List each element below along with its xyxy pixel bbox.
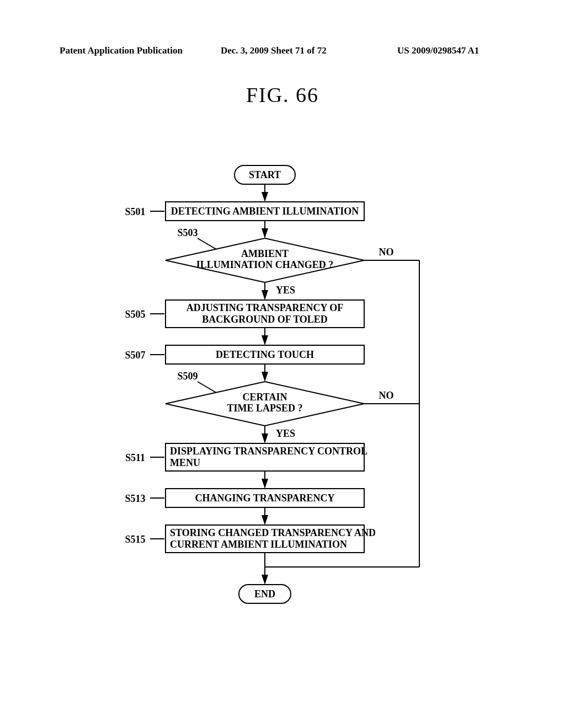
svg-text:MENU: MENU [170, 457, 200, 468]
svg-text:TIME LAPSED ?: TIME LAPSED ? [227, 403, 302, 414]
svg-text:END: END [254, 588, 275, 599]
s505-box: ADJUSTING TRANSPARENCY OF BACKGROUND OF … [166, 300, 364, 328]
svg-text:CERTAIN: CERTAIN [242, 392, 287, 403]
no-label: NO [379, 247, 394, 258]
patent-page: Patent Application Publication Dec. 3, 2… [0, 0, 565, 728]
s513-box: CHANGING TRANSPARENCY [166, 489, 364, 507]
svg-text:STORING CHANGED TRANSPARENCY A: STORING CHANGED TRANSPARENCY AND [170, 527, 376, 538]
s505-label: S505 [125, 309, 145, 320]
s507-label: S507 [125, 350, 145, 361]
s503-label: S503 [177, 227, 198, 238]
leader [198, 238, 216, 249]
s513-label: S513 [125, 493, 145, 504]
s509-label: S509 [177, 371, 198, 382]
yes-label: YES [276, 285, 295, 296]
s503-diamond: AMBIENT ILLUMINATION CHANGED ? [166, 238, 364, 282]
svg-text:DISPLAYING TRANSPARENCY CONTRO: DISPLAYING TRANSPARENCY CONTROL [170, 446, 367, 457]
s511-label: S511 [125, 452, 145, 463]
s511-box: DISPLAYING TRANSPARENCY CONTROL MENU [166, 443, 367, 471]
s509-diamond: CERTAIN TIME LAPSED ? [166, 382, 364, 426]
s515-box: STORING CHANGED TRANSPARENCY AND CURRENT… [166, 525, 376, 553]
leader [198, 382, 216, 393]
flowchart: START DETECTING AMBIENT ILLUMINATION S50… [110, 154, 497, 686]
svg-text:CURRENT AMBIENT ILLUMINATION: CURRENT AMBIENT ILLUMINATION [170, 539, 347, 550]
header-left: Patent Application Publication [60, 45, 183, 56]
svg-text:CHANGING TRANSPARENCY: CHANGING TRANSPARENCY [195, 493, 335, 504]
header-right: US 2009/0298547 A1 [397, 45, 479, 56]
svg-text:DETECTING TOUCH: DETECTING TOUCH [216, 349, 314, 360]
svg-text:DETECTING AMBIENT ILLUMINATION: DETECTING AMBIENT ILLUMINATION [171, 206, 359, 217]
s507-box: DETECTING TOUCH [166, 345, 364, 364]
s501-label: S501 [125, 206, 145, 217]
no-label: NO [379, 390, 394, 401]
end-node: END [239, 585, 291, 603]
figure-title: FIG. 66 [0, 83, 565, 107]
svg-text:AMBIENT: AMBIENT [241, 248, 289, 259]
s501-box: DETECTING AMBIENT ILLUMINATION [166, 202, 364, 221]
header-mid: Dec. 3, 2009 Sheet 71 of 72 [221, 45, 327, 56]
svg-text:ADJUSTING TRANSPARENCY OF: ADJUSTING TRANSPARENCY OF [186, 302, 344, 313]
start-node: START [234, 165, 295, 184]
svg-text:START: START [249, 169, 281, 180]
yes-label: YES [276, 428, 295, 439]
svg-text:BACKGROUND OF TOLED: BACKGROUND OF TOLED [202, 314, 328, 325]
s515-label: S515 [125, 534, 145, 545]
svg-text:ILLUMINATION CHANGED ?: ILLUMINATION CHANGED ? [196, 259, 334, 270]
